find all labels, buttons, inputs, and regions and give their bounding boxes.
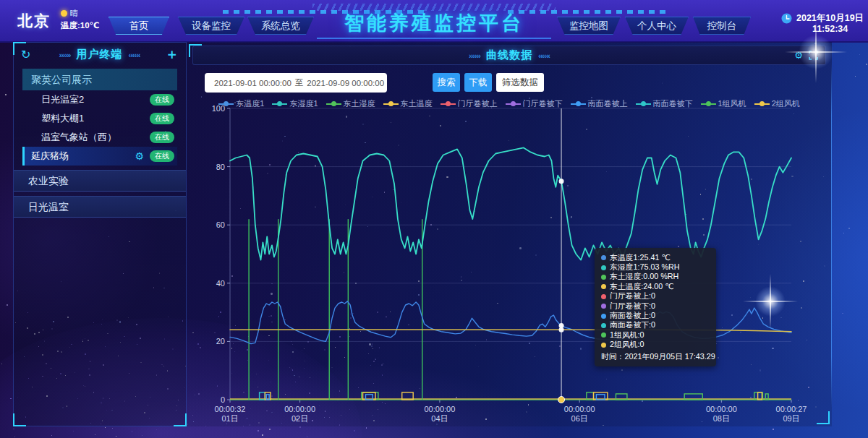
legend-marker: [636, 103, 651, 105]
gear-icon[interactable]: ⚙: [135, 150, 144, 162]
svg-text:0: 0: [221, 395, 225, 404]
legend-item[interactable]: 1组风机: [701, 98, 746, 109]
range-end-value: 2021-09-09 00:00:00: [307, 79, 384, 87]
nav-tab-monitor-map[interactable]: 监控地图: [557, 17, 621, 35]
corner-decoration: [13, 413, 26, 426]
legend-marker: [272, 103, 287, 105]
legend-marker: [701, 103, 716, 105]
svg-text:04日: 04日: [431, 414, 448, 423]
user-terminal-sidebar: ↻ ››››››用户终端‹‹‹‹‹‹ ＋ 聚英公司展示 日光温室2 在线 塑料大…: [13, 42, 187, 426]
legend-marker: [754, 103, 770, 105]
svg-text:06日: 06日: [571, 414, 588, 423]
datetime-widget: 2021年10月19日 11:52:34: [781, 13, 864, 35]
status-badge: 在线: [150, 150, 174, 162]
curve-data-panel: ››››››曲线数据‹‹‹‹‹‹ ⚙ 2021-09-01 00:00:00 至…: [187, 42, 832, 426]
tooltip-row: 东土温度:24.00 ℃: [601, 282, 710, 291]
svg-text:00:00:00: 00:00:00: [424, 405, 455, 413]
tooltip-row: 南面卷被下:0: [601, 321, 710, 330]
status-badge: 在线: [150, 94, 174, 106]
legend-item[interactable]: 南面卷被下: [636, 98, 693, 109]
legend-item[interactable]: 门厅卷被下: [506, 98, 563, 109]
add-icon[interactable]: ＋: [165, 45, 179, 64]
legend-item[interactable]: 东温度1: [218, 98, 264, 109]
download-button[interactable]: 下载: [464, 73, 492, 92]
panel-right-edge: [831, 64, 832, 408]
chart-tooltip: 东温度1:25.41 ℃东湿度1:75.03 %RH东土湿度:0.00 %RH东…: [595, 248, 716, 366]
svg-text:02日: 02日: [292, 414, 308, 423]
settings-gear-icon[interactable]: ⚙: [794, 51, 803, 60]
tooltip-row: 东温度1:25.41 ℃: [601, 253, 710, 262]
tooltip-row: 门厅卷被上:0: [601, 292, 710, 301]
legend-marker: [571, 103, 586, 105]
tooltip-row: 南面卷被上:0: [601, 311, 710, 320]
svg-text:09日: 09日: [783, 414, 799, 423]
range-start-value: 2021-09-01 00:00:00: [214, 79, 292, 87]
title-underline: [317, 38, 551, 39]
svg-text:00:00:32: 00:00:32: [215, 405, 246, 413]
svg-text:00:00:00: 00:00:00: [564, 405, 595, 413]
svg-text:01日: 01日: [221, 414, 238, 423]
status-badge: 在线: [150, 132, 174, 143]
range-separator: 至: [295, 77, 304, 88]
legend-marker: [326, 103, 341, 105]
legend-marker: [506, 103, 521, 105]
svg-text:00:00:27: 00:00:27: [776, 405, 807, 413]
nav-tab-console[interactable]: 控制台: [693, 17, 751, 35]
svg-text:40: 40: [216, 279, 225, 288]
svg-text:20: 20: [216, 337, 225, 345]
legend-item[interactable]: 东土温度: [383, 98, 433, 109]
filter-data-button[interactable]: 筛选数据: [496, 73, 544, 92]
sidebar-device-weather-station[interactable]: 温室气象站（西） 在线: [22, 128, 177, 147]
legend-item[interactable]: 东土湿度: [326, 98, 375, 109]
legend-item[interactable]: 南面卷被上: [571, 98, 628, 109]
tooltip-row: 东土湿度:0.00 %RH: [601, 272, 710, 282]
tooltip-time: 时间：2021年09月05日 17:43.29: [601, 352, 710, 362]
legend-marker: [441, 103, 456, 105]
panel-title: 曲线数据: [486, 48, 532, 61]
deco-arrows-right: ‹‹‹‹‹‹: [538, 51, 550, 60]
sidebar-title: 用户终端: [77, 48, 123, 60]
fullscreen-icon[interactable]: [809, 51, 818, 60]
sidebar-device-yanqing-pig-farm[interactable]: 延庆猪场 ⚙ 在线: [22, 147, 177, 166]
sidebar-company-item[interactable]: 聚英公司展示: [22, 69, 177, 90]
deco-arrows-left: ››››››: [59, 51, 71, 59]
deco-arrows-left: ››››››: [469, 51, 480, 60]
svg-text:60: 60: [216, 220, 225, 229]
legend-marker: [218, 103, 234, 105]
legend-item[interactable]: 门厅卷被上: [441, 98, 498, 109]
date-range-input[interactable]: 2021-09-01 00:00:00 至 2021-09-09 00:00:0…: [205, 73, 387, 93]
tooltip-row: 1组风机:0: [601, 330, 710, 340]
status-badge: 在线: [150, 113, 174, 124]
sidebar-device-greenhouse2[interactable]: 日光温室2 在线: [22, 90, 177, 109]
legend-item[interactable]: 2组风机: [754, 98, 800, 109]
svg-text:08日: 08日: [713, 414, 730, 423]
svg-text:00:00:00: 00:00:00: [284, 405, 315, 413]
tooltip-row: 东湿度1:75.03 %RH: [601, 262, 710, 272]
legend-item[interactable]: 东湿度1: [272, 98, 318, 109]
tooltip-row: 门厅卷被下:0: [601, 301, 710, 311]
current-date: 2021年10月19日: [796, 13, 864, 24]
corner-decoration: [817, 411, 830, 424]
clock-icon: [781, 13, 792, 24]
sidebar-group-solar-greenhouse[interactable]: 日光温室: [14, 196, 186, 218]
svg-text:00:00:00: 00:00:00: [706, 405, 737, 413]
search-button[interactable]: 搜索: [433, 73, 460, 92]
refresh-icon[interactable]: ↻: [21, 48, 34, 61]
deco-arrows-right: ‹‹‹‹‹‹: [129, 51, 140, 59]
chart-legend: 东温度1东湿度1东土湿度东土温度门厅卷被上门厅卷被下南面卷被上南面卷被下1组风机…: [187, 98, 832, 109]
sidebar-device-plastic-shed1[interactable]: 塑料大棚1 在线: [22, 109, 177, 128]
sidebar-group-agriculture-experiment[interactable]: 农业实验: [14, 170, 186, 192]
tooltip-row: 2组风机:0: [601, 340, 710, 350]
top-header-bar: 北京 晴 温度:10℃ 首页 设备监控 系统总览 智能养殖监控平台 监控地图 个…: [0, 0, 868, 43]
nav-tab-personal-center[interactable]: 个人中心: [625, 17, 689, 35]
corner-decoration: [174, 413, 187, 426]
legend-marker: [383, 103, 399, 105]
current-time: 11:52:34: [796, 24, 864, 35]
svg-text:80: 80: [216, 163, 225, 171]
